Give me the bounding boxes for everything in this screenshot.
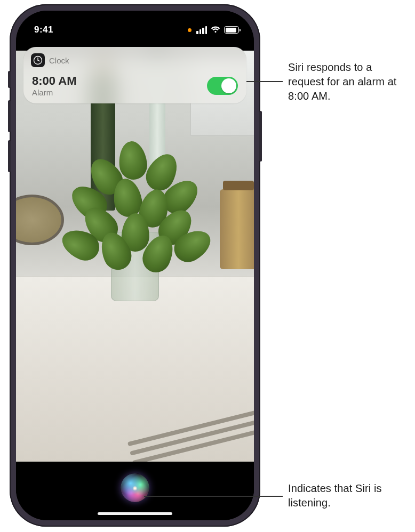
callout-leader-line [144, 496, 283, 497]
alarm-label: Alarm [32, 88, 77, 97]
volume-up-button [8, 100, 11, 132]
alarm-time: 8:00 AM [32, 75, 77, 87]
wifi-icon [211, 26, 220, 34]
notification-header: Clock [31, 53, 238, 67]
iphone-device-frame: 9:41 [10, 4, 260, 527]
clock-app-icon [31, 53, 45, 67]
dynamic-island [101, 20, 169, 39]
callout-top: Siri responds to a request for an alarm … [288, 60, 408, 103]
mic-indicator-dot [188, 28, 191, 32]
notification-app-name: Clock [49, 56, 69, 65]
device-bezel: 9:41 [16, 11, 254, 520]
status-time: 9:41 [34, 25, 53, 35]
clock-alarm-notification[interactable]: Clock 8:00 AM Alarm [23, 47, 246, 103]
svg-line-2 [38, 60, 39, 61]
silence-switch [8, 71, 11, 88]
status-icons [188, 26, 239, 34]
battery-icon [224, 26, 239, 34]
wallpaper-photo [16, 51, 254, 462]
home-indicator[interactable] [98, 512, 172, 515]
alarm-toggle[interactable] [207, 77, 238, 95]
notification-text: 8:00 AM Alarm [32, 75, 77, 97]
screen: 9:41 [16, 11, 254, 520]
siri-orb[interactable] [121, 473, 149, 502]
volume-down-button [8, 140, 11, 172]
cellular-signal-icon [196, 26, 207, 34]
callout-bottom: Indicates that Siri is listening. [288, 481, 408, 510]
power-button [259, 111, 262, 162]
